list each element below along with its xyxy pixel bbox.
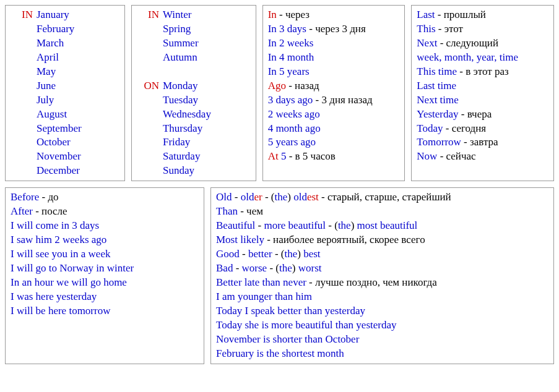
day: Wednesday [163, 108, 211, 122]
box-comparatives: Old - older - (the) oldest - старый, ста… [210, 187, 554, 364]
season: Summer [163, 36, 199, 51]
entry: In 4 month [268, 51, 400, 65]
entry: Next time [417, 93, 548, 108]
entry: Now - сейчас [417, 150, 548, 164]
entry: Next - следующий [417, 36, 548, 51]
box-before-after: Before - до After - после I will come in… [5, 187, 204, 364]
entry: I will come in 3 days [11, 219, 199, 233]
entry: Tomorrow - завтра [417, 135, 548, 150]
month: October [37, 135, 82, 150]
entry: In 3 days - через 3 дня [268, 22, 400, 36]
month: January [37, 8, 82, 22]
entry: I will go to Norway in winter [11, 262, 199, 276]
days-list: Monday Tuesday Wednesday Thursday Friday… [163, 79, 211, 179]
month: September [37, 122, 82, 136]
entry: November is shorter than October [216, 333, 548, 347]
entry: After - после [11, 205, 199, 219]
label-in: IN [11, 8, 37, 178]
box-last-this-next: Last - прошлый This - этот Next - следую… [411, 5, 554, 181]
entry: 3 days ago - 3 дня назад [268, 93, 400, 108]
entry: In 5 years [268, 65, 400, 79]
entry: Beautiful - more beautiful - (the) most … [216, 219, 548, 233]
day: Thursday [163, 122, 211, 136]
month: June [37, 79, 82, 93]
month: July [37, 93, 82, 108]
entry: In an hour we will go home [11, 276, 199, 290]
entry: I will see you in a week [11, 247, 199, 262]
month: August [37, 108, 82, 122]
entry: February is the shortest month [216, 347, 548, 361]
entry: In 2 weeks [268, 36, 400, 51]
entry: Before - до [11, 190, 199, 205]
entry: 4 month ago [268, 122, 400, 136]
entry: Bad - worse - (the) worst [216, 262, 548, 276]
entry: Today I speak better than yesterday [216, 304, 548, 318]
label-on: ON [137, 79, 163, 179]
season: Autumn [163, 51, 199, 65]
month: March [37, 36, 82, 51]
box-seasons-days: IN Winter Spring Summer Autumn ON Monday… [131, 5, 256, 181]
entry: Most likely - наиболее вероятный, скорее… [216, 233, 548, 247]
entry: I saw him 2 weeks ago [11, 233, 199, 247]
entry: This - этот [417, 22, 548, 36]
entry: Last time [417, 79, 548, 93]
entry: I am younger than him [216, 290, 548, 304]
day: Friday [163, 135, 211, 150]
label-in: IN [137, 8, 163, 79]
months-list: January February March April May June Ju… [37, 8, 82, 178]
month: February [37, 22, 82, 36]
entry: 5 years ago [268, 135, 400, 150]
entry: In - через [268, 8, 400, 22]
entry: Ago - назад [268, 79, 400, 93]
entry: This time - в этот раз [417, 65, 548, 79]
entry: Today - сегодня [417, 122, 548, 136]
entry: I will be here tomorrow [11, 304, 199, 318]
entry: 2 weeks ago [268, 108, 400, 122]
entry: Good - better - (the) best [216, 247, 548, 262]
month: April [37, 51, 82, 65]
day: Tuesday [163, 93, 211, 108]
day: Saturday [163, 150, 211, 164]
seasons-list: Winter Spring Summer Autumn [163, 8, 199, 79]
entry: Than - чем [216, 205, 548, 219]
month: December [37, 164, 82, 178]
entry: Yesterday - вчера [417, 108, 548, 122]
entry: Old - older - (the) oldest - старый, ста… [216, 190, 548, 205]
entry: Better late than never - лучше поздно, ч… [216, 276, 548, 290]
month: May [37, 65, 82, 79]
box-in-ago: In - через In 3 days - через 3 дня In 2 … [262, 5, 405, 181]
entry: Last - прошлый [417, 8, 548, 22]
day: Monday [163, 79, 211, 93]
box-months: IN January February March April May June… [5, 5, 125, 181]
day: Sunday [163, 164, 211, 178]
entry: At 5 - в 5 часов [268, 150, 400, 164]
season: Winter [163, 8, 199, 22]
entry: Today she is more beautiful than yesterd… [216, 318, 548, 333]
season: Spring [163, 22, 199, 36]
month: November [37, 150, 82, 164]
entry: I was here yesterday [11, 290, 199, 304]
entry: week, month, year, time [417, 51, 548, 65]
